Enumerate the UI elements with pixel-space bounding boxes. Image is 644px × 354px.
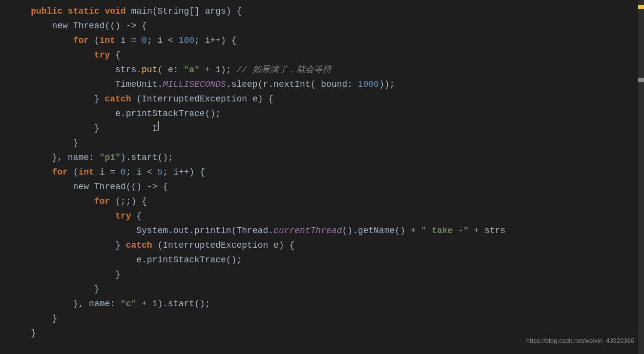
code-line-17: System.out.println(Thread.currentThread(…: [10, 223, 644, 238]
token: [10, 33, 73, 48]
token: (: [89, 33, 100, 48]
code-line-10: }: [10, 136, 644, 150]
code-line-16: try {: [10, 209, 644, 223]
token: main(String[] args) {: [126, 4, 242, 19]
token: + i).start();: [136, 296, 210, 311]
token: for: [52, 165, 67, 179]
token: + strs: [469, 223, 506, 238]
token: ; i++) {: [163, 165, 205, 179]
token: ).start();: [121, 150, 173, 165]
code-line-9: } I: [10, 121, 644, 136]
token: }: [10, 92, 104, 106]
token: ));: [379, 77, 395, 92]
token: i =: [94, 165, 121, 179]
token: ( e:: [157, 62, 184, 77]
token: try: [94, 48, 110, 62]
code-line-6: TimeUnit.MILLISECONDS.sleep(r.nextInt( b…: [10, 77, 644, 92]
token: catch: [126, 238, 152, 253]
token: " take -": [421, 223, 469, 238]
token: }: [10, 136, 78, 150]
token: try: [115, 209, 131, 223]
token: }: [10, 326, 36, 340]
code-line-19: e.printStackTrace();: [10, 253, 644, 267]
token: MILLISECONDS: [163, 77, 226, 92]
token: 0: [142, 33, 147, 48]
token: // 如果满了，就会等待: [237, 62, 332, 77]
token: [100, 4, 105, 19]
token: }: [10, 238, 126, 253]
code-line-11: }, name: "p1").start();: [10, 150, 644, 165]
token: new: [10, 179, 89, 194]
token: }: [10, 267, 121, 282]
token: System.out.println(Thread.: [10, 223, 273, 238]
code-line-21: }: [10, 282, 644, 296]
token: (InterruptedException e) {: [152, 238, 295, 253]
code-line-1: public static void main(String[] args) {: [10, 4, 644, 19]
token: {: [131, 209, 142, 223]
code-line-2: new Thread(() -> {: [10, 19, 644, 33]
text-cursor: [158, 121, 159, 131]
code-line-24: }: [10, 311, 644, 326]
token: int: [100, 33, 115, 48]
token: .sleep(r.nextInt( bound:: [226, 77, 358, 92]
token: [10, 48, 94, 62]
token: i =: [115, 33, 142, 48]
token: [10, 4, 31, 19]
token: {: [110, 48, 121, 62]
token: }: [10, 311, 57, 326]
token: (;;) {: [110, 194, 147, 209]
code-editor: public static void main(String[] args) {…: [0, 0, 644, 354]
token: [100, 121, 152, 136]
token: e.printStackTrace();: [10, 106, 221, 121]
token: for: [73, 33, 89, 48]
code-line-5: strs.put( e: "a" + i); // 如果满了，就会等待: [10, 62, 644, 77]
token: currentThread: [273, 223, 342, 238]
token: ; i <: [147, 33, 179, 48]
watermark-text: https://blog.csdn.net/weixin_43920366: [526, 334, 634, 348]
token: }: [10, 121, 100, 136]
token: "p1": [100, 150, 121, 165]
token: void: [104, 4, 125, 19]
code-line-15: for (;;) {: [10, 194, 644, 209]
token: public: [31, 4, 62, 19]
code-line-18: } catch (InterruptedException e) {: [10, 238, 644, 253]
token: catch: [104, 92, 131, 106]
token: Thread(() -> {: [89, 179, 168, 194]
token: 5: [157, 165, 163, 179]
token: new: [10, 19, 68, 33]
token: [10, 209, 115, 223]
code-line-8: e.printStackTrace();: [10, 106, 644, 121]
code-line-20: }: [10, 267, 644, 282]
scrollbar-track[interactable]: [638, 0, 644, 354]
scrollbar-thumb-top[interactable]: [638, 5, 644, 9]
code-line-7: } catch (InterruptedException e) {: [10, 92, 644, 106]
code-line-22: }, name: "c" + i).start();: [10, 296, 644, 311]
code-line-3: for (int i = 0; i < 100; i++) {: [10, 33, 644, 48]
token: ; i++) {: [194, 33, 236, 48]
token: }, name:: [10, 150, 100, 165]
token: }: [10, 282, 100, 296]
token: I: [152, 121, 158, 136]
token: ().getName() +: [342, 223, 421, 238]
token: e.printStackTrace();: [10, 253, 242, 267]
token: 1000: [358, 77, 379, 92]
token: static: [68, 4, 100, 19]
token: "c": [121, 296, 136, 311]
token: + i);: [200, 62, 237, 77]
token: 0: [121, 165, 126, 179]
code-line-4: try {: [10, 48, 644, 62]
token: put: [142, 62, 157, 77]
code-line-14: new Thread(() -> {: [10, 179, 644, 194]
token: (: [68, 165, 79, 179]
token: [62, 4, 68, 19]
token: ; i <: [126, 165, 158, 179]
token: }, name:: [10, 296, 121, 311]
token: Thread(() -> {: [68, 19, 147, 33]
code-block: public static void main(String[] args) {…: [10, 4, 644, 340]
token: [10, 194, 94, 209]
token: TimeUnit.: [10, 77, 163, 92]
scrollbar-thumb-mid[interactable]: [638, 78, 644, 82]
token: [10, 165, 52, 179]
token: for: [94, 194, 110, 209]
token: "a": [184, 62, 199, 77]
